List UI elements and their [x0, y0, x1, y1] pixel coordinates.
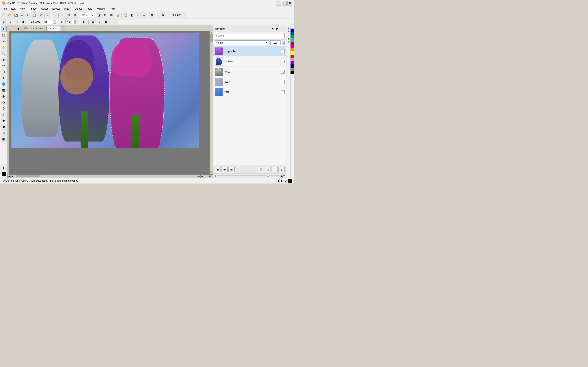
- horizontal-scrollbar[interactable]: [14, 175, 197, 178]
- blend-mode-select[interactable]: Normal Multiply Screen Overlay: [215, 40, 269, 45]
- text-tool[interactable]: T: [1, 75, 7, 81]
- menu-view[interactable]: View: [18, 7, 27, 11]
- panel-scroll-right[interactable]: ▶: [275, 26, 279, 31]
- opacity-down-arrow[interactable]: ▼: [282, 43, 285, 45]
- scroll-nav-next[interactable]: ▶: [11, 175, 14, 178]
- layer-bg2[interactable]: BG 2 ⬚: [213, 77, 286, 87]
- menu-effects[interactable]: Effects: [51, 7, 62, 11]
- objects-tab[interactable]: Objects: [286, 34, 291, 44]
- pan-tool[interactable]: ✋: [1, 44, 7, 50]
- open-button[interactable]: 📂: [7, 12, 13, 18]
- menu-adjust[interactable]: Adjust: [39, 7, 50, 11]
- straighten-button[interactable]: ⊞: [72, 12, 78, 18]
- opacity-slider-track[interactable]: [217, 175, 280, 176]
- color-swatch-white[interactable]: [291, 25, 294, 29]
- combine-layers-btn[interactable]: ◫: [272, 167, 278, 172]
- menu-tools[interactable]: Tools: [84, 7, 94, 11]
- copy-layer-btn[interactable]: ⊡: [228, 167, 234, 172]
- frame-button[interactable]: ⊟: [103, 12, 108, 18]
- scroll-track-v[interactable]: [210, 34, 213, 171]
- layer-visibility-bg2[interactable]: ⬚: [281, 80, 285, 84]
- objects-search-input[interactable]: [215, 33, 285, 38]
- shadow-tool[interactable]: ◧: [1, 136, 7, 142]
- layer-visibility-iris1[interactable]: ⬚: [281, 70, 285, 74]
- color-swatch-brown[interactable]: [291, 55, 294, 58]
- menu-mask[interactable]: Mask: [62, 7, 72, 11]
- lasso-tool[interactable]: ○: [141, 12, 147, 18]
- color-swatch-yellow[interactable]: [291, 51, 294, 55]
- zoom-fit-btn[interactable]: ⊞: [207, 175, 213, 178]
- feather-input[interactable]: [65, 20, 75, 24]
- panel-close-button[interactable]: ✕: [280, 26, 284, 31]
- scroll-thumb-v[interactable]: [210, 34, 213, 42]
- layer-iris-purple[interactable]: Iris purple ⬚: [213, 46, 286, 57]
- scroll-up-arrow[interactable]: ▲: [210, 31, 213, 34]
- menu-file[interactable]: File: [1, 7, 9, 11]
- tool-nav-next[interactable]: ▶: [280, 179, 284, 183]
- scroll-right-arrow[interactable]: ▶: [200, 175, 204, 178]
- scroll-left-arrow[interactable]: ◀: [197, 175, 200, 178]
- panel-scroll-left[interactable]: ◀: [270, 26, 274, 31]
- lock-layer-btn[interactable]: 🔒: [258, 167, 264, 172]
- selection-tool[interactable]: ⬚: [123, 12, 129, 18]
- tolerance-down[interactable]: ▼: [53, 22, 56, 24]
- tolerance-input[interactable]: [43, 20, 52, 24]
- scroll-nav-prev[interactable]: ◀: [7, 175, 11, 178]
- eraser-tool[interactable]: ⊡: [1, 69, 7, 75]
- color-swatch-red[interactable]: [291, 42, 294, 45]
- effects-mask-tool[interactable]: ⬡: [1, 106, 7, 111]
- opacity-input[interactable]: [270, 40, 281, 45]
- save-button[interactable]: 💾: [13, 12, 19, 18]
- color-swatch-black[interactable]: [291, 71, 294, 74]
- foreground-color[interactable]: [1, 172, 6, 176]
- layer-iris-blue[interactable]: Iris blue ⬚: [213, 57, 286, 67]
- add-tool-btn-left[interactable]: +: [1, 165, 7, 171]
- snap-button[interactable]: 🔒: [115, 12, 121, 18]
- opacity-slider-thumb[interactable]: [267, 175, 269, 177]
- color-replace-tool[interactable]: ⊛: [1, 130, 7, 136]
- grid-button[interactable]: ⊞: [109, 12, 114, 18]
- zoom-select[interactable]: 75% 50% 100% 150%: [80, 13, 94, 17]
- heal-tool[interactable]: ✚: [1, 118, 7, 124]
- settings-button[interactable]: ⚙: [149, 12, 155, 18]
- close-button[interactable]: ✕: [287, 1, 292, 6]
- layer-visibility-iris-purple[interactable]: ⬚: [281, 50, 285, 53]
- mask-add-btn[interactable]: ⊞: [90, 19, 96, 25]
- redo-button[interactable]: ↪: [52, 12, 57, 18]
- eyedropper-tool[interactable]: 💉: [1, 112, 7, 117]
- canvas-scroll-area[interactable]: [9, 31, 209, 175]
- color-swatch-blue2[interactable]: [291, 32, 294, 35]
- tolerance-up[interactable]: ▲: [53, 20, 56, 22]
- color-swatch-pink[interactable]: [291, 58, 294, 61]
- vertical-scrollbar[interactable]: ▲ ▼: [209, 31, 213, 175]
- copy-button[interactable]: 📋: [31, 12, 37, 18]
- tab-iris-cpt[interactable]: Iris.cpt: [46, 26, 60, 31]
- menu-window[interactable]: Window: [94, 7, 107, 11]
- cut-button[interactable]: ✂: [25, 12, 31, 18]
- launch-button[interactable]: Launch ▾: [170, 12, 186, 18]
- smart-selection-tool[interactable]: ⊕: [1, 57, 7, 62]
- color-preview[interactable]: [288, 179, 292, 183]
- paint-bucket-tool[interactable]: 🪣: [1, 81, 7, 87]
- select-all-btn[interactable]: ⊕: [1, 19, 7, 25]
- magic-wand-tool[interactable]: ✦: [1, 26, 7, 32]
- menu-edit[interactable]: Edit: [9, 7, 17, 11]
- minimize-button[interactable]: ─: [276, 1, 281, 6]
- view-mode-button[interactable]: ▣: [96, 12, 102, 18]
- layer-visibility-bg1[interactable]: ⬚: [281, 90, 285, 94]
- tool-nav-prev[interactable]: ◀: [276, 179, 280, 183]
- layer-visibility-iris-blue[interactable]: ⬚: [281, 60, 285, 63]
- duplicate-layer-btn[interactable]: ⧉: [265, 167, 271, 172]
- undo-button[interactable]: ↩: [45, 12, 51, 18]
- gradient-tool[interactable]: ◫: [1, 87, 7, 93]
- print-button[interactable]: 🖨: [19, 12, 25, 18]
- tab-add-button[interactable]: +: [61, 26, 65, 31]
- color-swatch-orange[interactable]: [291, 48, 294, 51]
- layer-bg1[interactable]: BG1 ⬚: [213, 87, 286, 97]
- color-swatch-blue1[interactable]: [291, 29, 294, 32]
- brush-icon[interactable]: 🖌: [284, 179, 288, 183]
- transform-button[interactable]: ⤢: [60, 12, 65, 18]
- freehand-tool[interactable]: ✏: [1, 63, 7, 68]
- paste-button[interactable]: 📌: [38, 12, 43, 18]
- new-button[interactable]: 📄: [1, 12, 7, 18]
